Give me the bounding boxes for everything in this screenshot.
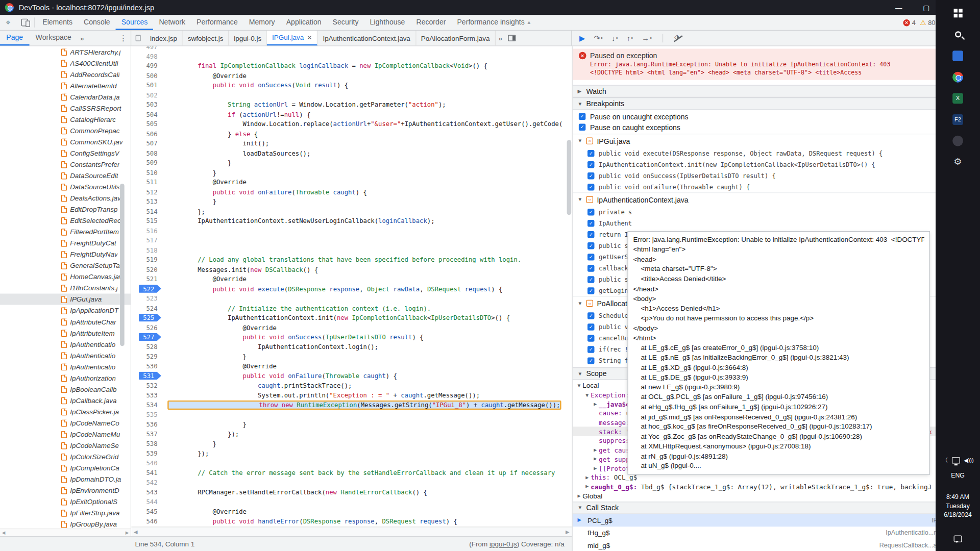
chevron-right-icon[interactable]: ▶ xyxy=(594,456,599,462)
code-line[interactable]: 507 init(); xyxy=(131,139,572,148)
line-number[interactable]: 520 xyxy=(131,265,164,274)
code-editor[interactable]: 497498499 final IpCompletionCallback log… xyxy=(131,46,572,536)
file-tree-item[interactable]: IpApplicationDT xyxy=(0,305,131,316)
checkbox-checked-icon[interactable]: ✓ xyxy=(587,231,594,237)
line-number[interactable]: 521 xyxy=(131,274,164,284)
code-line[interactable]: 544 xyxy=(131,497,572,507)
line-number[interactable]: 504 xyxy=(131,110,164,119)
input-language[interactable]: ENG xyxy=(951,471,965,479)
file-tree-item[interactable]: AS400ClientUtil xyxy=(0,58,131,69)
source-map-link[interactable]: ipgui-0.js xyxy=(489,540,517,548)
file-tree-item[interactable]: IpAttributeItem xyxy=(0,328,131,339)
source-tab-IpAuthenticationContext.java[interactable]: IpAuthenticationContext.java xyxy=(318,31,416,45)
code-line[interactable]: 515 IpAuthenticationContext.setNewUserLo… xyxy=(131,216,572,226)
code-line[interactable]: 528 IpAuthenticationContext.login(); xyxy=(131,342,572,352)
code-line[interactable]: 545 @Override xyxy=(131,507,572,516)
line-number[interactable]: 516 xyxy=(131,226,164,236)
code-text[interactable]: }); xyxy=(164,429,239,439)
checkbox-checked-icon[interactable]: ✓ xyxy=(587,149,594,156)
checkbox-checked-icon[interactable]: ✓ xyxy=(587,242,594,248)
line-number[interactable]: 544 xyxy=(131,497,164,507)
file-tree-item[interactable]: FreightDutyNav xyxy=(0,248,131,260)
chevron-right-icon[interactable]: ▶ xyxy=(577,493,582,498)
file-tree-item[interactable]: DataSourceEdit xyxy=(0,170,131,181)
breakpoint-marker[interactable]: 525 xyxy=(139,314,161,322)
code-text[interactable]: @Override xyxy=(164,322,277,332)
code-line[interactable]: 531 public void onFailure(Throwable caug… xyxy=(131,371,572,381)
file-tree-item[interactable]: IpCodeNameSe xyxy=(0,440,131,451)
network-icon[interactable] xyxy=(952,457,960,463)
code-line[interactable]: 513 } xyxy=(131,197,572,207)
file-tree-item[interactable]: IpBooleanCallb xyxy=(0,384,131,395)
callstack-frame[interactable]: ▶PCL_g$IPGui.java:534 xyxy=(573,514,980,527)
code-text[interactable]: @Override xyxy=(164,361,277,371)
code-line[interactable]: 519 // Load any global translations that… xyxy=(131,255,572,265)
line-number[interactable]: 540 xyxy=(131,458,164,468)
tab-sources[interactable]: Sources xyxy=(116,15,154,30)
file-tree-item[interactable]: CalendarData.ja xyxy=(0,91,131,103)
line-number[interactable]: 512 xyxy=(131,187,164,197)
line-number[interactable]: 543 xyxy=(131,487,164,497)
file-tree-item[interactable]: DataSourceUtils xyxy=(0,181,131,192)
code-text[interactable]: public void execute(DSResponse response,… xyxy=(164,284,503,294)
line-number[interactable]: 508 xyxy=(131,148,164,158)
code-text[interactable]: public void onSuccess(Void result) { xyxy=(164,81,348,90)
checkbox-checked-icon[interactable]: ✓ xyxy=(587,161,594,167)
file-tree-item[interactable]: AlternateItemId xyxy=(0,80,131,91)
navigator-scrollbar[interactable] xyxy=(120,184,125,346)
code-line[interactable]: 508 loadDataSources(); xyxy=(131,148,572,158)
step-over-icon[interactable]: ↷• xyxy=(594,34,603,42)
code-line[interactable]: 523 xyxy=(131,294,572,304)
navigator-hscrollbar[interactable]: ◀▶ xyxy=(0,529,131,536)
line-number[interactable]: 511 xyxy=(131,178,164,187)
file-tree-item[interactable]: IpCompletionCa xyxy=(0,462,131,473)
code-text[interactable]: public void onSuccess(IpUserDetailsDTO r… xyxy=(164,332,424,342)
notifications-icon[interactable] xyxy=(954,535,962,542)
code-text[interactable]: public void handleError(DSResponse respo… xyxy=(164,516,457,526)
file-tree-item[interactable]: CommonSKU.jav xyxy=(0,136,131,147)
code-text[interactable]: } xyxy=(164,419,247,429)
code-line[interactable]: 509 } xyxy=(131,158,572,168)
code-text[interactable]: public void onFailure(Throwable caught) … xyxy=(164,187,367,197)
code-line[interactable]: 516 xyxy=(131,226,572,236)
line-number[interactable]: 533 xyxy=(131,390,164,400)
file-tree-item[interactable]: IpAuthenticatio xyxy=(0,350,131,361)
chevron-right-icon[interactable]: ▶ xyxy=(594,447,599,453)
file-tree-item[interactable]: IpCodeNameMu xyxy=(0,429,131,440)
code-line[interactable]: 503 String actionUrl = Window.Location.g… xyxy=(131,100,572,110)
code-line[interactable]: 534 throw new RuntimeException(Messages.… xyxy=(131,400,572,410)
error-badge[interactable]: ✕4 xyxy=(903,19,916,27)
code-text[interactable]: // Initialize the authentication context… xyxy=(164,303,431,313)
step-icon[interactable]: →• xyxy=(642,34,652,42)
tab-network[interactable]: Network xyxy=(153,15,191,30)
code-line[interactable]: 525 IpAuthenticationContext.init(new IpC… xyxy=(131,313,572,322)
tab-performance-insights[interactable]: Performance insights▲ xyxy=(451,15,537,30)
code-text[interactable]: } xyxy=(164,439,216,448)
minimize-button[interactable]: — xyxy=(885,0,913,15)
file-tree-item[interactable]: IpCallback.java xyxy=(0,395,131,406)
tab-security[interactable]: Security xyxy=(327,15,364,30)
navigator-kebab-icon[interactable]: ⋮ xyxy=(119,34,131,42)
line-number[interactable]: 534 xyxy=(131,400,164,410)
checkbox-checked-icon[interactable]: ✓ xyxy=(579,113,585,120)
file-tree-item[interactable]: DealsActions.jav xyxy=(0,192,131,204)
app-navy-icon[interactable]: F2 xyxy=(936,109,980,130)
code-line[interactable]: 517 xyxy=(131,236,572,245)
source-tab-index.jsp[interactable]: index.jsp xyxy=(145,31,183,45)
tab-workspace[interactable]: Workspace xyxy=(29,31,78,45)
editor-vscrollbar[interactable] xyxy=(567,140,572,215)
source-tab-ipgui-0.js[interactable]: ipgui-0.js xyxy=(229,31,267,45)
line-number[interactable]: 518 xyxy=(131,245,164,255)
code-line[interactable]: 500 @Override xyxy=(131,71,572,81)
more-navigator-tabs-icon[interactable]: » xyxy=(78,34,86,42)
code-text[interactable]: loadDataSources(); xyxy=(164,148,310,158)
code-line[interactable]: 541 // Catch the error message sent back… xyxy=(131,468,572,478)
file-tree-item[interactable]: IpCodeNameCo xyxy=(0,417,131,429)
code-text[interactable]: IpAuthenticationContext.init(new IpCompl… xyxy=(164,313,510,322)
breakpoint-file-group[interactable]: ▼‹›IPGui.java xyxy=(573,134,980,147)
code-text[interactable] xyxy=(164,236,167,245)
file-tree-item[interactable]: IpColorSizeGrid xyxy=(0,451,131,462)
line-number[interactable]: 537 xyxy=(131,429,164,439)
chevron-right-icon[interactable]: ▶ xyxy=(585,474,591,480)
code-text[interactable]: Window.Location.replace(actionUrl+"&user… xyxy=(164,119,562,129)
